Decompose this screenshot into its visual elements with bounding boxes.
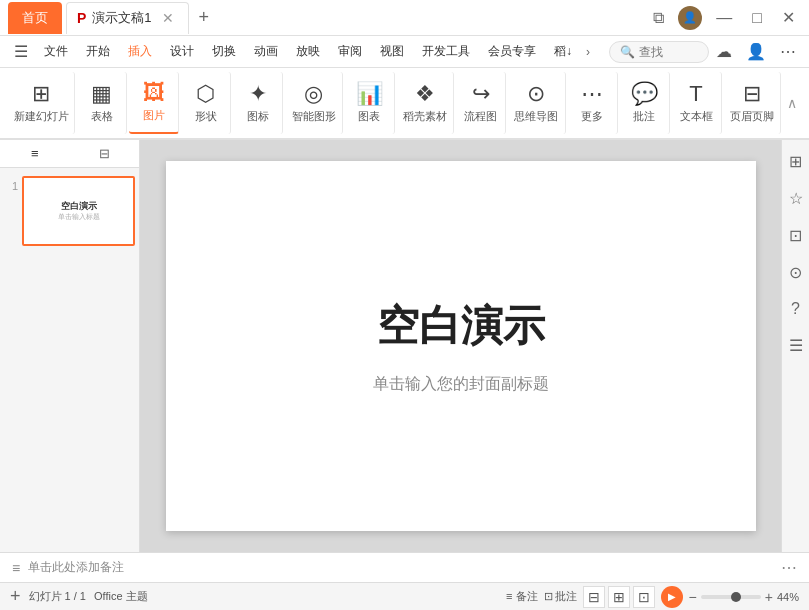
slide-info: 幻灯片 1 / 1 [29,589,86,604]
notes-placeholder[interactable]: 单击此处添加备注 [28,559,124,576]
notes-more-button[interactable]: ⋯ [781,558,797,577]
close-tab-button[interactable]: ✕ [158,10,178,26]
shape-icon: ⬡ [196,83,215,105]
menu-more-button[interactable]: › [582,41,594,63]
flowchart-label: 流程图 [464,109,497,124]
right-panel-btn-3[interactable]: ⊡ [785,222,806,249]
add-slide-button[interactable]: + [10,586,21,607]
ribbon-material[interactable]: ❖ 稻壳素材 [397,72,454,134]
zoom-in-button[interactable]: + [765,589,773,605]
ribbon-table[interactable]: ▦ 表格 [77,72,127,134]
header-footer-icon: ⊟ [743,83,761,105]
new-slide-icon: ⊞ [32,83,50,105]
window-tile-button[interactable]: ⧉ [647,7,670,29]
slide-number-1: 1 [4,176,18,192]
slide-preview-content: 空白演示 单击输入标题 [58,200,100,222]
ribbon-more[interactable]: ⋯ 更多 [568,72,618,134]
close-window-button[interactable]: ✕ [776,6,801,29]
canvas-area[interactable]: 空白演示 单击输入您的封面副标题 [140,140,781,552]
notes-label[interactable]: ≡ 备注 [506,589,537,604]
ribbon-comment[interactable]: 💬 批注 [620,72,670,134]
minimize-button[interactable]: — [710,7,738,29]
new-slide-label: 新建幻灯片 [14,109,69,124]
slide-list: 1 空白演示 单击输入标题 [0,168,139,552]
maximize-button[interactable]: □ [746,7,768,29]
ribbon-flowchart[interactable]: ↪ 流程图 [456,72,506,134]
home-tab[interactable]: 首页 [8,2,62,34]
menu-animation[interactable]: 动画 [246,39,286,64]
menu-rice[interactable]: 稻↓ [546,39,580,64]
right-panel: ⊞ ☆ ⊡ ⊙ ? ☰ [781,140,809,552]
ribbon-right: ∧ [783,72,801,134]
menu-slideshow[interactable]: 放映 [288,39,328,64]
user-icon[interactable]: 👤 [741,39,771,64]
zoom-slider[interactable] [701,595,761,599]
panel-tabs: ≡ ⊟ [0,140,139,168]
hamburger-menu-button[interactable]: ☰ [8,42,34,61]
menu-transition[interactable]: 切换 [204,39,244,64]
avatar[interactable]: 👤 [678,6,702,30]
panel-tab-slides[interactable]: ≡ [0,140,70,167]
slide-canvas[interactable]: 空白演示 单击输入您的封面副标题 [166,161,756,531]
normal-view-button[interactable]: ⊟ [583,586,605,608]
ribbon-header-footer[interactable]: ⊟ 页眉页脚 [724,72,781,134]
status-bar: + 幻灯片 1 / 1 Office 主题 ≡ 备注 ⊡ 批注 ⊟ ⊞ ⊡ ▶ … [0,582,809,610]
chart-label: 图表 [358,109,380,124]
ribbon-new-slide[interactable]: ⊞ 新建幻灯片 [8,72,75,134]
comment-label[interactable]: ⊡ 批注 [544,589,577,604]
menu-dots-button[interactable]: ⋯ [775,39,801,64]
right-panel-btn-4[interactable]: ⊙ [785,259,806,286]
doc-tab[interactable]: P 演示文稿1 ✕ [66,2,189,34]
right-panel-btn-2[interactable]: ☆ [785,185,807,212]
ribbon-image[interactable]: 🖼 图片 [129,72,179,134]
play-button[interactable]: ▶ [661,586,683,608]
menu-review[interactable]: 审阅 [330,39,370,64]
status-right: ≡ 备注 ⊡ 批注 ⊟ ⊞ ⊡ ▶ − + 44% [506,586,799,608]
menu-bar: ☰ 文件 开始 插入 设计 切换 动画 放映 审阅 视图 开发工具 会员专享 稻… [0,36,809,68]
slide-thumbnail-1[interactable]: 1 空白演示 单击输入标题 [4,176,135,246]
notes-bar[interactable]: ≡ 单击此处添加备注 ⋯ [0,552,809,582]
comment-icon: 💬 [631,83,658,105]
menu-insert[interactable]: 插入 [120,39,160,64]
ribbon-expand-button[interactable]: ∧ [783,91,801,115]
grid-view-button[interactable]: ⊞ [608,586,630,608]
menu-view[interactable]: 视图 [372,39,412,64]
menu-right-icons: ☁ 👤 ⋯ [711,39,801,64]
ribbon-textbox[interactable]: T 文本框 [672,72,722,134]
textbox-icon: T [689,83,702,105]
preview-subtitle: 单击输入标题 [58,212,100,222]
mindmap-icon: ⊙ [527,83,545,105]
slide-title[interactable]: 空白演示 [377,298,545,354]
menu-start[interactable]: 开始 [78,39,118,64]
view-buttons: ⊟ ⊞ ⊡ [583,586,655,608]
zoom-level: 44% [777,591,799,603]
ribbon-mindmap[interactable]: ⊙ 思维导图 [508,72,565,134]
textbox-label: 文本框 [680,109,713,124]
cloud-icon[interactable]: ☁ [711,39,737,64]
ribbon-shape[interactable]: ⬡ 形状 [181,72,231,134]
search-icon: 🔍 [620,45,635,59]
menu-member[interactable]: 会员专享 [480,39,544,64]
ribbon-smartart[interactable]: ◎ 智能图形 [285,72,342,134]
more-icon: ⋯ [581,83,603,105]
menu-developer[interactable]: 开发工具 [414,39,478,64]
ribbon-chart[interactable]: 📊 图表 [345,72,395,134]
status-left: + 幻灯片 1 / 1 Office 主题 [10,586,148,607]
right-panel-btn-5[interactable]: ? [787,296,804,322]
slide-subtitle[interactable]: 单击输入您的封面副标题 [373,374,549,395]
menu-file[interactable]: 文件 [36,39,76,64]
menu-design[interactable]: 设计 [162,39,202,64]
read-view-button[interactable]: ⊡ [633,586,655,608]
material-icon: ❖ [415,83,435,105]
add-tab-button[interactable]: + [193,7,216,28]
zoom-controls: − + 44% [689,589,799,605]
search-input[interactable] [639,45,709,59]
ribbon-icons[interactable]: ✦ 图标 [233,72,283,134]
right-panel-btn-6[interactable]: ☰ [785,332,807,359]
slide-preview-1[interactable]: 空白演示 单击输入标题 [22,176,135,246]
right-panel-btn-1[interactable]: ⊞ [785,148,806,175]
table-label: 表格 [91,109,113,124]
image-label: 图片 [143,108,165,123]
panel-tab-outline[interactable]: ⊟ [70,140,140,167]
zoom-out-button[interactable]: − [689,589,697,605]
